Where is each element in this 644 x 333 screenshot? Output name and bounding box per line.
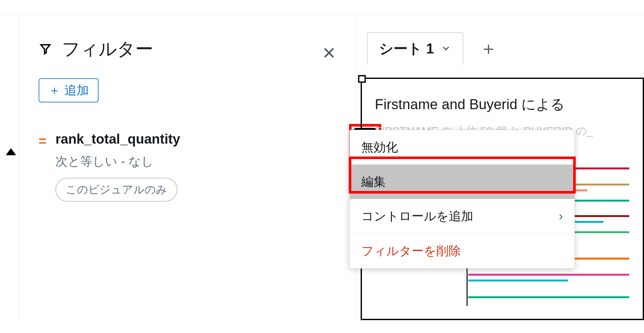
add-sheet-button[interactable]: ＋ (479, 36, 497, 61)
chart-bar (468, 296, 629, 298)
sheet-tab[interactable]: シート 1 (367, 32, 463, 65)
add-filter-button[interactable]: ＋ 追加 (39, 78, 99, 102)
menu-item-label: 無効化 (361, 139, 398, 156)
menu-item-edit[interactable]: 編集 (350, 165, 574, 199)
filter-panel-title: フィルター (62, 37, 153, 62)
filter-field-name: rank_total_quantity (55, 131, 336, 147)
filter-panel-header: フィルター (39, 37, 336, 62)
filter-panel: フィルター ✕ ＋ 追加 = rank_total_quantity 次と等しい… (19, 14, 356, 320)
menu-item-disable[interactable]: 無効化 (350, 130, 574, 165)
close-panel-button[interactable]: ✕ (322, 43, 336, 63)
top-bar (0, 0, 644, 14)
sheet-tabs: シート 1 ＋ (356, 32, 644, 65)
add-filter-label: 追加 (64, 82, 89, 99)
menu-item-delete-filter[interactable]: フィルターを削除 (350, 234, 574, 268)
chevron-down-icon[interactable] (440, 43, 451, 55)
funnel-icon (39, 43, 52, 56)
resize-handle-nw[interactable] (358, 75, 366, 83)
filter-item-content: rank_total_quantity 次と等しい - なし このビジュアルのみ (55, 131, 336, 202)
menu-item-label: コントロールを追加 (361, 208, 473, 224)
filter-condition-text: 次と等しい - なし (55, 153, 336, 170)
menu-item-add-control[interactable]: コントロールを追加 › (350, 199, 574, 233)
visual-title: Firstname and Buyerid による (375, 95, 630, 114)
left-gutter (0, 14, 19, 320)
chevron-right-icon: › (559, 209, 563, 223)
filter-item[interactable]: = rank_total_quantity 次と等しい - なし このビジュアル… (39, 131, 336, 202)
equals-icon: = (39, 135, 47, 148)
plus-icon: ＋ (48, 82, 61, 99)
filter-context-menu: 無効化 編集 コントロールを追加 › フィルターを削除 (349, 130, 575, 269)
expand-caret-icon[interactable] (6, 148, 16, 155)
chart-bar (468, 280, 568, 281)
sheet-tab-label: シート 1 (379, 39, 434, 58)
filter-scope-badge: このビジュアルのみ (55, 178, 177, 202)
chart-bar (468, 274, 629, 276)
menu-item-label: フィルターを削除 (361, 243, 461, 259)
menu-item-label: 編集 (361, 174, 386, 190)
